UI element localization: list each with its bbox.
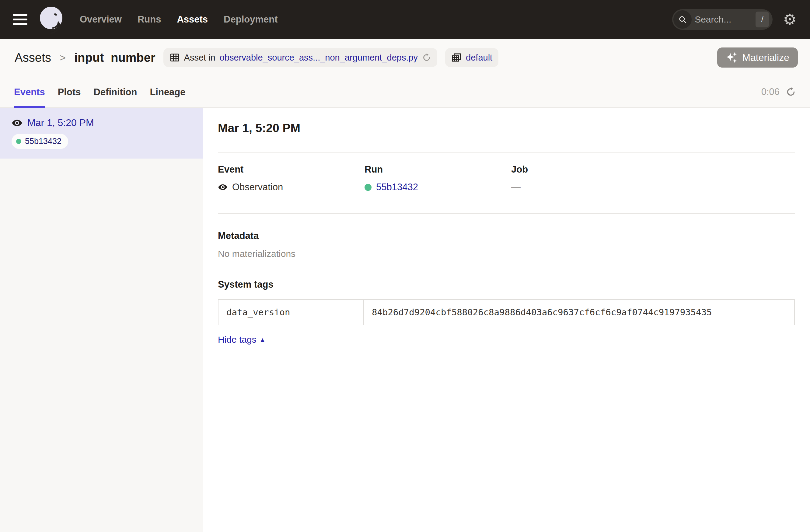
- event-column-label: Event: [218, 164, 364, 175]
- repo-default-link[interactable]: default: [466, 53, 492, 63]
- hide-tags-label: Hide tags: [218, 335, 257, 345]
- repo-icon: [451, 52, 461, 63]
- divider: [218, 213, 795, 214]
- observation-eye-icon: [218, 182, 228, 192]
- materialize-button[interactable]: Materialize: [717, 47, 798, 68]
- tag-key-cell: data_version: [218, 300, 363, 325]
- system-tags-table: data_version 84b26d7d9204cbf588026c8a988…: [218, 299, 795, 325]
- run-id-label: 55b13432: [25, 136, 62, 146]
- table-icon: [169, 52, 180, 63]
- system-tags-heading: System tags: [218, 279, 795, 290]
- tab-lineage[interactable]: Lineage: [150, 76, 185, 108]
- search-shortcut-badge: /: [756, 12, 769, 27]
- sparkle-icon: [726, 51, 738, 64]
- search-box[interactable]: /: [672, 9, 773, 30]
- nav-item-runs[interactable]: Runs: [137, 14, 161, 25]
- event-list-sidebar: Mar 1, 5:20 PM 55b13432: [0, 108, 203, 532]
- table-row: data_version 84b26d7d9204cbf588026c8a988…: [218, 300, 794, 325]
- nav-item-assets[interactable]: Assets: [177, 14, 208, 25]
- caret-up-icon: ▲: [260, 336, 266, 343]
- nav-item-deployment[interactable]: Deployment: [224, 14, 277, 25]
- repo-badge: default: [445, 48, 498, 67]
- metadata-heading: Metadata: [218, 230, 795, 241]
- asset-name-title: input_number: [74, 51, 156, 65]
- job-empty-value: —: [511, 182, 521, 193]
- metadata-empty-text: No materializations: [218, 249, 795, 259]
- event-type-value: Observation: [232, 182, 283, 193]
- run-status-dot: [364, 184, 372, 191]
- hamburger-menu-icon[interactable]: [13, 14, 27, 25]
- breadcrumb-assets-link[interactable]: Assets: [15, 51, 51, 65]
- settings-gear-icon[interactable]: ⚙: [783, 12, 797, 27]
- breadcrumb: Assets > input_number Asset in observabl…: [0, 39, 810, 76]
- search-icon: [674, 10, 692, 29]
- tag-value-cell: 84b26d7d9204cbf588026c8a9886d403a6c9637c…: [363, 300, 794, 325]
- run-id-badge[interactable]: 55b13432: [12, 134, 68, 149]
- event-detail-panel: Mar 1, 5:20 PM Event Observation Run: [203, 108, 810, 532]
- nav-item-overview[interactable]: Overview: [80, 14, 122, 25]
- search-input[interactable]: [692, 14, 756, 25]
- asset-in-label: Asset in: [184, 53, 215, 63]
- main-nav: Overview Runs Assets Deployment: [80, 14, 277, 25]
- asset-definition-badge: Asset in observable_source_ass..._non_ar…: [163, 48, 438, 67]
- refresh-countdown: 0:06: [761, 86, 780, 97]
- refresh-icon[interactable]: [785, 87, 796, 97]
- run-column-label: Run: [364, 164, 511, 175]
- run-status-dot: [16, 139, 21, 144]
- dagster-logo-icon[interactable]: [38, 6, 66, 35]
- tab-definition[interactable]: Definition: [93, 76, 137, 108]
- run-link[interactable]: 55b13432: [376, 182, 418, 193]
- observation-eye-icon: [12, 117, 22, 128]
- asset-tabs: Events Plots Definition Lineage 0:06: [0, 76, 810, 108]
- event-timestamp: Mar 1, 5:20 PM: [27, 117, 94, 128]
- event-detail-title: Mar 1, 5:20 PM: [218, 122, 795, 135]
- breadcrumb-separator: >: [60, 52, 66, 64]
- asset-header: Assets > input_number Asset in observabl…: [0, 39, 810, 108]
- top-navbar: Overview Runs Assets Deployment / ⚙: [0, 0, 810, 39]
- divider: [218, 152, 795, 153]
- materialize-label: Materialize: [742, 52, 789, 63]
- asset-file-link[interactable]: observable_source_ass..._non_argument_de…: [220, 53, 418, 63]
- event-list-item[interactable]: Mar 1, 5:20 PM 55b13432: [0, 108, 202, 159]
- tab-events[interactable]: Events: [14, 76, 45, 108]
- job-column-label: Job: [511, 164, 658, 175]
- tab-plots[interactable]: Plots: [58, 76, 81, 108]
- hide-tags-button[interactable]: Hide tags ▲: [218, 335, 266, 345]
- reload-definition-icon[interactable]: [422, 53, 431, 62]
